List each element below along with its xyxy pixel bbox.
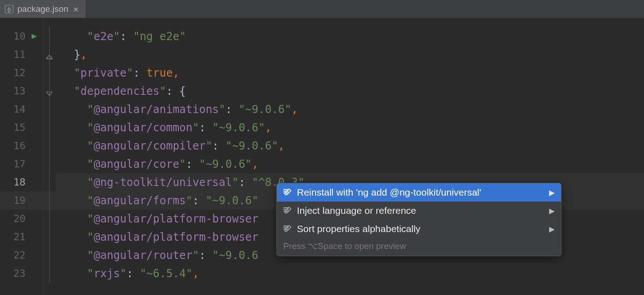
fold-gutter-cell	[43, 100, 56, 119]
fold-gutter-cell	[43, 191, 56, 210]
editor-tab[interactable]: {} package.json ×	[0, 0, 86, 18]
line-number: 22	[0, 246, 43, 264]
line-number: 20	[0, 210, 43, 228]
code-line[interactable]: "@angular/animations": "~9.0.6",	[56, 100, 644, 119]
intention-action-item[interactable]: Reinstall with 'ng add @ng-toolkit/unive…	[277, 183, 561, 202]
fold-start-icon[interactable]	[46, 88, 52, 94]
json-file-icon: {}	[5, 5, 14, 14]
run-gutter-icon[interactable]	[31, 33, 37, 40]
line-number: 11	[0, 46, 43, 64]
fold-gutter-cell	[43, 246, 56, 264]
line-number-gutter: 1011121314151617181920212223	[0, 18, 43, 295]
line-number: 15	[0, 119, 43, 137]
fold-gutter-cell	[43, 82, 56, 100]
svg-marker-4	[46, 92, 52, 95]
fold-gutter-cell	[43, 46, 56, 64]
fold-gutter-cell	[43, 64, 56, 82]
code-line[interactable]: "@angular/core": "~9.0.6",	[56, 155, 644, 173]
submenu-arrow-icon: ▶	[549, 225, 555, 233]
intention-bulb-icon	[282, 206, 291, 215]
code-line[interactable]: "@angular/common": "~9.0.6",	[56, 119, 644, 137]
intention-action-item[interactable]: Sort properties alphabetically▶	[277, 220, 561, 238]
fold-gutter-cell	[43, 137, 56, 155]
close-tab-icon[interactable]: ×	[72, 5, 79, 14]
fold-gutter-cell	[43, 228, 56, 246]
line-number: 17	[0, 155, 43, 173]
submenu-arrow-icon: ▶	[549, 188, 555, 197]
fold-gutter-cell	[43, 119, 56, 137]
fold-end-icon[interactable]	[46, 52, 52, 58]
svg-text:{}: {}	[7, 7, 11, 12]
tab-filename: package.json	[17, 4, 68, 14]
code-line[interactable]: "private": true,	[56, 64, 644, 82]
line-number: 23	[0, 264, 43, 283]
line-number: 21	[0, 228, 43, 246]
tab-bar: {} package.json ×	[0, 0, 644, 18]
code-line[interactable]: "@angular/compiler": "~9.0.6",	[56, 137, 644, 155]
fold-gutter-cell	[43, 27, 56, 46]
line-number: 14	[0, 100, 43, 119]
code-line[interactable]: "dependencies": {	[56, 82, 644, 100]
intention-bulb-icon	[282, 224, 291, 233]
code-line[interactable]: },	[56, 46, 644, 64]
code-line[interactable]: "e2e": "ng e2e"	[56, 27, 644, 46]
fold-gutter-cell	[43, 155, 56, 173]
intention-action-label: Inject language or reference	[297, 205, 544, 216]
code-line[interactable]: "rxjs": "~6.5.4",	[56, 264, 644, 283]
fold-gutter-cell	[43, 173, 56, 191]
line-number: 10	[0, 27, 43, 46]
line-number: 19	[0, 191, 43, 210]
svg-marker-2	[31, 34, 36, 39]
line-number: 13	[0, 82, 43, 100]
fold-column	[43, 18, 56, 295]
intention-bulb-icon	[282, 188, 291, 197]
line-number: 12	[0, 64, 43, 82]
intention-actions-popup: Reinstall with 'ng add @ng-toolkit/unive…	[276, 183, 561, 256]
line-number: 16	[0, 137, 43, 155]
fold-gutter-cell	[43, 264, 56, 283]
intention-action-item[interactable]: Inject language or reference▶	[277, 202, 561, 220]
intention-action-label: Reinstall with 'ng add @ng-toolkit/unive…	[297, 187, 544, 198]
fold-gutter-cell	[43, 210, 56, 228]
popup-hint: Press ⌥Space to open preview	[277, 238, 561, 256]
line-number: 18	[0, 173, 43, 191]
intention-action-label: Sort properties alphabetically	[297, 223, 544, 234]
svg-marker-3	[46, 55, 52, 59]
submenu-arrow-icon: ▶	[549, 207, 555, 215]
